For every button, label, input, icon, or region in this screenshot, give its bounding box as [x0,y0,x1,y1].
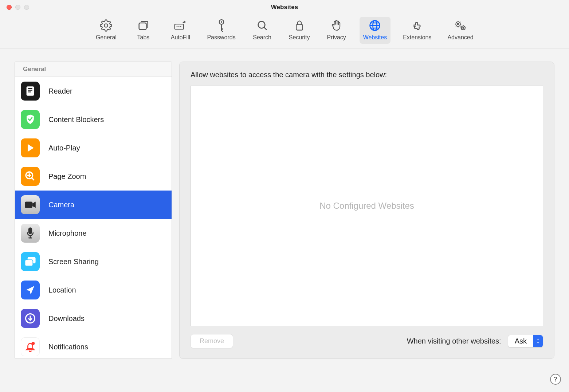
bell-icon [21,337,40,356]
tab-label: Passwords [207,34,235,41]
zoom-icon [21,167,40,186]
tab-security[interactable]: Security [285,17,314,44]
microphone-icon [21,224,40,243]
sidebar-item-label: Downloads [48,314,85,323]
sidebar-item-reader[interactable]: Reader [15,77,172,105]
svg-point-12 [463,27,464,28]
websites-list[interactable]: No Configured Websites [191,86,543,326]
tab-label: AutoFill [171,34,190,41]
content-footer: Remove When visiting other websites: Ask… [191,326,543,348]
policy-dropdown[interactable]: Ask ▲▼ [508,335,543,348]
help-button[interactable]: ? [550,374,561,385]
svg-rect-6 [296,25,303,30]
svg-point-4 [220,21,222,23]
search-icon [256,19,269,32]
sidebar-item-camera[interactable]: Camera [15,191,172,219]
svg-rect-16 [28,227,32,234]
hand-icon [330,19,343,32]
tab-autofill[interactable]: AutoFill [166,17,195,44]
key-icon [215,19,228,32]
sidebar-item-label: Reader [48,87,72,95]
sidebar-item-screen-sharing[interactable]: Screen Sharing [15,247,172,276]
tab-websites[interactable]: Websites [360,17,391,44]
svg-rect-15 [25,201,32,208]
chevron-updown-icon: ▲▼ [533,335,543,347]
titlebar: Websites [0,0,569,15]
svg-point-9 [456,22,460,27]
sidebar-item-label: Location [48,286,76,294]
preferences-toolbar: General Tabs AutoFill Passwords Search S… [0,15,569,48]
lock-icon [293,19,306,32]
sidebar: General Reader Content Blockers Auto-Pla… [15,62,172,359]
sidebar-item-label: Camera [48,201,74,209]
tab-advanced[interactable]: Advanced [444,17,477,44]
main-area: General Reader Content Blockers Auto-Pla… [0,48,569,372]
sidebar-item-page-zoom[interactable]: Page Zoom [15,162,172,191]
puzzle-icon [411,19,424,32]
autofill-icon [174,19,187,32]
tab-tabs[interactable]: Tabs [129,17,157,44]
tab-extensions[interactable]: Extensions [399,17,435,44]
default-policy-control: When visiting other websites: Ask ▲▼ [407,335,543,348]
sidebar-item-label: Screen Sharing [48,258,99,266]
window-title: Websites [0,4,569,11]
sidebar-item-label: Microphone [48,229,87,238]
tab-label: Websites [363,34,387,41]
screens-icon [21,252,40,271]
shield-check-icon [21,110,40,129]
tabs-icon [137,19,150,32]
sidebar-item-location[interactable]: Location [15,276,172,304]
svg-point-10 [458,23,459,25]
tab-label: Search [253,34,271,41]
sidebar-item-label: Content Blockers [48,115,104,124]
play-icon [21,138,40,157]
tab-passwords[interactable]: Passwords [203,17,239,44]
tab-search[interactable]: Search [248,17,276,44]
svg-rect-13 [27,86,34,95]
sidebar-item-label: Page Zoom [48,172,86,181]
download-icon [21,309,40,328]
tab-privacy[interactable]: Privacy [322,17,351,44]
sidebar-item-notifications[interactable]: Notifications [15,333,172,359]
tab-label: General [96,34,117,41]
sidebar-item-microphone[interactable]: Microphone [15,219,172,247]
tab-label: Extensions [403,34,431,41]
content-heading: Allow websites to access the camera with… [191,71,543,79]
dropdown-value: Ask [508,335,533,347]
sidebar-item-label: Notifications [48,343,88,351]
tab-label: Tabs [137,34,149,41]
location-arrow-icon [21,281,40,299]
svg-point-5 [258,21,265,28]
sidebar-item-content-blockers[interactable]: Content Blockers [15,105,172,134]
content-panel: Allow websites to access the camera with… [179,62,554,359]
empty-state-text: No Configured Websites [319,201,414,211]
svg-rect-1 [139,23,146,30]
tab-label: Privacy [327,34,346,41]
globe-icon [368,19,381,32]
remove-button[interactable]: Remove [191,334,233,348]
tab-general[interactable]: General [92,17,120,44]
camera-icon [21,195,40,214]
reader-icon [21,82,40,101]
svg-point-0 [105,24,108,27]
help-icon: ? [554,376,558,383]
other-websites-label: When visiting other websites: [407,337,501,345]
gears-icon [454,19,467,32]
sidebar-item-auto-play[interactable]: Auto-Play [15,134,172,162]
svg-rect-18 [25,260,33,266]
gear-icon [99,19,113,32]
svg-point-11 [462,26,465,30]
sidebar-item-downloads[interactable]: Downloads [15,304,172,333]
tab-label: Advanced [447,34,473,41]
sidebar-header: General [15,62,172,77]
sidebar-item-label: Auto-Play [48,144,80,152]
tab-label: Security [289,34,310,41]
svg-point-20 [31,342,35,345]
